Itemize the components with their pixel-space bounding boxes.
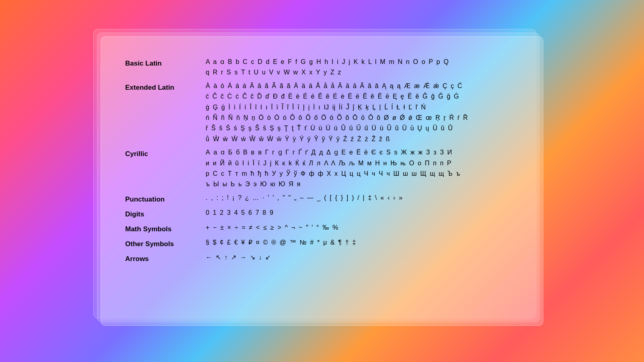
scene: Basic Latin A a ɑ B b C c D d E e F f G …	[0, 0, 644, 362]
card-stack: Basic Latin A a ɑ B b C c D d E e F f G …	[101, 36, 543, 326]
content-cyrillic: А а ɑ Б б В в ʙ Г г ɡ Г г Ґ ґ Д д Δ ɡ Е …	[206, 147, 519, 190]
label-basic-latin: Basic Latin	[125, 57, 206, 69]
content-digits: 0 1 2 3 4 5 6 7 8 9	[206, 208, 519, 220]
label-arrows: Arrows	[125, 252, 206, 264]
content-arrows: ← ↖ ↑ ↗ → ↘ ↓ ↙	[206, 252, 519, 264]
content-basic-latin: A a ɑ B b C c D d E e F f G g H h I i J …	[206, 57, 519, 78]
content-extended-latin: À à ò Á á á Â â ã Ã ã ã Ä ä ä Å å å Ā ā …	[206, 81, 519, 144]
content-math-symbols: + − ± × ÷ = ≠ < ≤ ≥ > ^ ¬ ~ ″ ′ ° ‰ %	[206, 222, 519, 234]
content-punctuation: . , : ; ! ¡ ? ¿ … · ' ' , " " „ – — _ ( …	[206, 193, 519, 205]
card-layer-1: Basic Latin A a ɑ B b C c D d E e F f G …	[101, 36, 543, 326]
label-digits: Digits	[125, 208, 206, 220]
label-extended-latin: Extended Latin	[125, 81, 206, 93]
glyph-table: Basic Latin A a ɑ B b C c D d E e F f G …	[125, 57, 519, 265]
label-math-symbols: Math Symbols	[125, 222, 206, 234]
label-cyrillic: Cyrillic	[125, 147, 206, 159]
content-other-symbols: § $ ¢ £ € ¥ ₽ ¤ © ® @ ™ № # * μ & ¶ † ‡	[206, 237, 519, 249]
label-punctuation: Punctuation	[125, 193, 206, 205]
label-other-symbols: Other Symbols	[125, 237, 206, 249]
